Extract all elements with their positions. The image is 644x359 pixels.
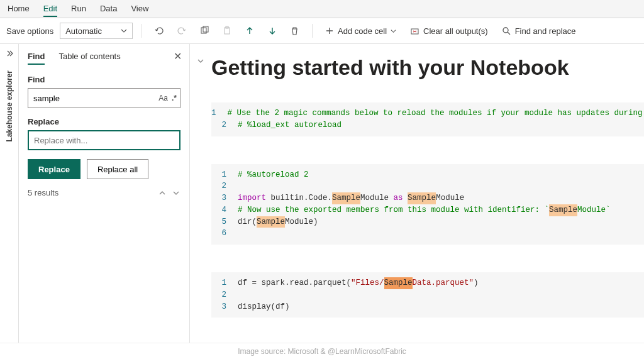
cell-gutter [190,44,211,343]
line-number: 1 [211,108,228,119]
line-number: 3 [211,301,238,313]
code-cell[interactable]: 1# Use the 2 magic commands below to rel… [211,102,644,136]
svg-rect-1 [203,26,208,32]
replace-input[interactable] [28,130,180,150]
add-code-cell-button[interactable]: Add code cell [321,26,400,36]
clear-outputs-label: Clear all output(s) [423,26,488,36]
line-number: 4 [211,204,238,216]
notebook-content: Getting started with your Notebook 1# Us… [211,44,644,343]
move-up-button[interactable] [242,23,258,39]
find-field-label: Find [28,75,180,84]
line-number: 2 [211,289,238,301]
find-panel: ✕ FindTable of contents Find Aa .* Repla… [19,44,190,343]
code-cell[interactable]: 1df = spark.read.parquet("Files/SampleDa… [211,272,644,318]
code-line: 4# Now use the exported members from thi… [211,204,644,216]
close-panel-button[interactable]: ✕ [174,50,182,62]
chevron-down-icon [121,28,127,34]
line-number: 3 [211,192,238,204]
code-line: 2# %load_ext autoreload [211,119,644,131]
toolbar: Save options Automatic Add code cell [0,18,644,44]
find-panel-tabs: FindTable of contents [28,52,180,65]
cells-container: 1# Use the 2 magic commands below to rel… [211,102,644,318]
chevron-down-icon[interactable] [196,57,205,343]
code-line: 5dir(SampleModule) [211,216,644,228]
code-line: 3display(df) [211,301,644,313]
notebook-title[interactable]: Getting started with your Notebook [211,55,644,80]
menu-item-data[interactable]: Data [100,4,117,17]
code-line: 1# Use the 2 magic commands below to rel… [211,108,644,119]
find-input[interactable] [28,88,180,108]
search-icon [502,26,511,36]
clear-outputs-button[interactable]: Clear all output(s) [406,26,492,36]
line-number: 5 [211,216,238,228]
find-replace-button[interactable]: Find and replace [498,26,580,36]
menu-item-home[interactable]: Home [8,4,30,17]
divider [142,24,142,38]
footer-attribution: Image source: Microsoft & @LearnMicrosof… [0,343,644,359]
redo-button[interactable] [174,23,190,39]
code-line: 6 [211,228,644,240]
sidebar-explorer-tab[interactable]: Lakehouse explorer [0,44,19,343]
copy-button[interactable] [196,23,213,39]
main-area: Lakehouse explorer ✕ FindTable of conten… [0,44,644,343]
code-line: 1df = spark.read.parquet("Files/SampleDa… [211,277,644,289]
add-code-cell-label: Add code cell [338,26,387,36]
delete-button[interactable] [287,23,303,39]
code-cell[interactable]: 1# %autoreload 223import builtin.Code.Sa… [211,164,644,245]
line-number: 2 [211,180,238,192]
menu-item-edit[interactable]: Edit [43,4,57,17]
code-line: 3import builtin.Code.SampleModule as Sam… [211,192,644,204]
line-number: 1 [211,277,238,289]
results-count: 5 results [28,188,58,197]
notebook-area: Getting started with your Notebook 1# Us… [190,44,644,343]
regex-toggle[interactable]: .* [172,94,177,102]
svg-point-5 [503,28,508,33]
prev-result-button[interactable] [158,189,167,197]
replace-all-button[interactable]: Replace all [87,159,148,179]
plus-icon [325,26,334,35]
menubar: HomeEditRunDataView [0,0,644,18]
move-down-button[interactable] [264,23,280,39]
line-number: 6 [211,228,238,240]
code-line: 2 [211,289,644,301]
save-mode-dropdown[interactable]: Automatic [60,23,133,39]
divider [312,24,313,38]
line-number: 1 [211,169,238,181]
code-line: 2 [211,180,644,192]
paste-button[interactable] [219,23,235,39]
menu-item-view[interactable]: View [131,4,148,17]
undo-button[interactable] [151,23,167,39]
chevron-down-icon [391,28,396,34]
save-options-label: Save options [6,26,53,36]
find-tab-find[interactable]: Find [28,52,45,65]
next-result-button[interactable] [172,189,180,197]
replace-field-label: Replace [28,117,180,126]
replace-button[interactable]: Replace [28,159,80,179]
match-case-toggle[interactable]: Aa [158,94,168,102]
line-number: 2 [211,119,238,131]
find-tab-table-of-contents[interactable]: Table of contents [58,52,120,65]
menu-item-run[interactable]: Run [71,4,86,17]
expand-icon [5,49,14,58]
save-mode-value: Automatic [65,26,102,36]
code-line: 1# %autoreload 2 [211,169,644,181]
explorer-label: Lakehouse explorer [5,70,14,141]
find-replace-label: Find and replace [515,26,576,36]
svg-rect-0 [201,28,206,33]
clear-icon [410,26,419,36]
